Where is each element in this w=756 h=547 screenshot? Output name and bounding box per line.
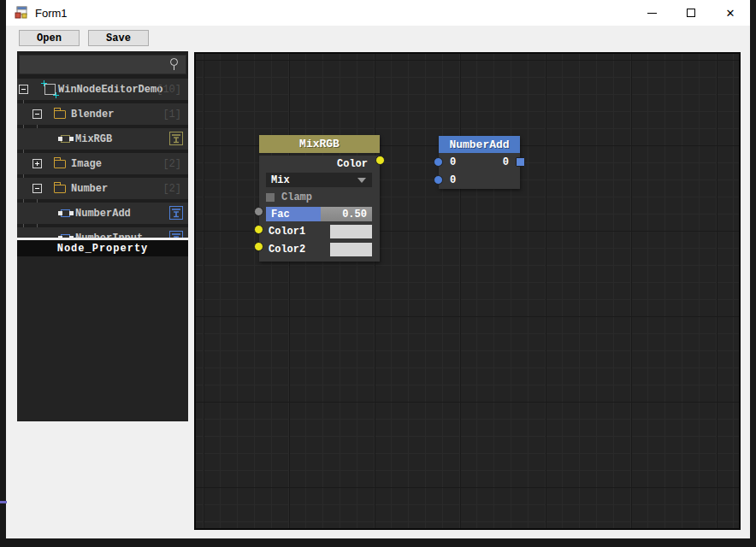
input1-value: 0 [450, 156, 456, 168]
tree-item-numberadd[interactable]: NumberAdd [17, 203, 188, 224]
folder-icon [54, 185, 66, 193]
color2-swatch[interactable] [330, 243, 372, 256]
collapse-icon[interactable] [32, 184, 42, 193]
node-icon [58, 234, 74, 238]
node-property-panel [17, 256, 188, 421]
tree-item-number[interactable]: Number [2] [17, 178, 188, 199]
node-property-header: Node_Property [17, 240, 188, 256]
node-mixrgb-title[interactable]: MixRGB [259, 135, 380, 153]
tree-item-winnodeeditordemo[interactable]: WinNodeEditorDemo [10] [17, 79, 188, 100]
collapse-icon[interactable] [19, 85, 28, 94]
chevron-down-icon [357, 178, 366, 183]
folder-icon [54, 160, 66, 168]
node-icon [58, 135, 74, 144]
fac-value: 0.50 [342, 209, 367, 221]
tree-item-label: Image [71, 158, 102, 170]
app-icon [15, 6, 28, 20]
color1-row: Color1 [259, 224, 372, 239]
editor-canvas-icon [44, 84, 56, 95]
minimize-button[interactable] [632, 0, 671, 26]
blend-mode-value: Mix [271, 174, 290, 186]
maximize-icon [687, 9, 695, 17]
minimize-icon [647, 13, 657, 14]
socket-color-output[interactable] [375, 156, 385, 165]
output-color-label: Color [337, 158, 368, 170]
tree-item-count: [1] [162, 109, 181, 121]
numberadd-row1: 0 0 [439, 153, 520, 171]
color2-label: Color2 [269, 244, 305, 256]
blend-mode-dropdown[interactable]: Mix [266, 173, 372, 187]
socket-fac-input[interactable] [254, 207, 263, 216]
folder-icon [54, 110, 66, 119]
tree-item-count: [10] [157, 84, 181, 96]
tree-item-label: Blender [71, 109, 114, 121]
tree-item-count: [2] [162, 183, 181, 195]
fac-slider[interactable]: Fac 0.50 [266, 207, 372, 221]
tree-item-label: Number [71, 183, 108, 195]
node-icon [58, 209, 74, 218]
mixrgb-output-row: Color [259, 156, 380, 173]
clamp-checkbox[interactable] [266, 193, 275, 202]
clamp-row: Clamp [266, 191, 373, 203]
color1-swatch[interactable] [330, 225, 372, 238]
node-mixrgb[interactable]: MixRGB Color Mix Clamp Fac [259, 135, 380, 262]
open-button[interactable]: Open [19, 30, 80, 46]
close-icon: ✕ [726, 7, 735, 20]
socket-color1-input[interactable] [254, 225, 263, 234]
search-input[interactable] [23, 56, 164, 73]
screen-edge-artifact [0, 501, 7, 503]
tree-item-blender[interactable]: Blender [1] [17, 103, 188, 125]
tree-search-box[interactable] [19, 55, 186, 74]
node-editor-canvas[interactable]: MixRGB Color Mix Clamp Fac [194, 52, 741, 530]
node-numberadd[interactable]: NumberAdd 0 0 0 [439, 136, 520, 189]
tree-item-count: [2] [162, 158, 181, 170]
save-button[interactable]: Save [88, 30, 149, 46]
input2-value: 0 [450, 174, 456, 186]
tree-item-mixrgb[interactable]: MixRGB [17, 128, 188, 150]
fac-slider-track: 0.50 [321, 207, 372, 221]
node-type-icon [169, 132, 183, 145]
fac-label: Fac [271, 209, 290, 221]
titlebar: Form1 ✕ [6, 0, 750, 26]
color1-label: Color1 [269, 226, 305, 238]
node-numberadd-title[interactable]: NumberAdd [439, 136, 520, 153]
fac-slider-fill: Fac [266, 207, 321, 221]
node-type-icon [169, 206, 183, 220]
color2-row: Color2 [259, 242, 372, 257]
collapse-icon[interactable] [32, 109, 42, 119]
socket-number-input2[interactable] [434, 175, 443, 185]
node-tree-panel: WinNodeEditorDemo [10] Blender [1] MixRG… [17, 51, 188, 238]
close-button[interactable]: ✕ [711, 0, 750, 26]
tree-item-label: NumberAdd [75, 208, 131, 220]
window-title: Form1 [35, 7, 68, 20]
socket-color2-input[interactable] [254, 242, 263, 251]
tree-item-numberinput[interactable]: NumberInput [17, 227, 188, 238]
tree-item-label: WinNodeEditorDemo [58, 84, 162, 96]
socket-number-output[interactable] [516, 157, 525, 167]
maximize-button[interactable] [671, 0, 711, 26]
tree-item-image[interactable]: Image [2] [17, 153, 188, 174]
socket-number-input1[interactable] [434, 157, 443, 167]
tree-item-label: NumberInput [75, 232, 143, 238]
app-window: Form1 ✕ Open Save WinNodeEditorDemo [6, 0, 750, 538]
numberadd-row2: 0 [439, 171, 520, 189]
node-type-icon [169, 231, 183, 238]
search-icon [170, 58, 178, 66]
tree-item-label: MixRGB [75, 133, 112, 145]
clamp-label: Clamp [281, 191, 312, 203]
output-value: 0 [503, 156, 509, 168]
expand-icon[interactable] [32, 159, 42, 168]
